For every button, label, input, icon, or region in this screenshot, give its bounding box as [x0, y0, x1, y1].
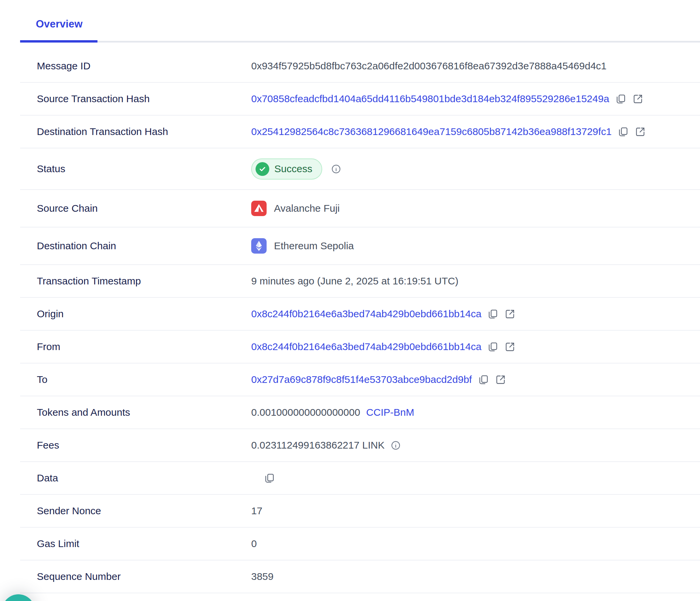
token-amount: 0.001000000000000000 — [251, 407, 360, 418]
to-address-link[interactable]: 0x27d7a69c878f9c8f51f4e53703abce9bacd2d9… — [251, 374, 472, 385]
origin-address-link[interactable]: 0x8c244f0b2164e6a3bed74ab429b0ebd661bb14… — [251, 308, 481, 320]
copy-icon[interactable] — [487, 341, 498, 352]
row-label: Source Chain — [37, 203, 251, 214]
source-chain-name: Avalanche Fuji — [274, 203, 340, 214]
tab-overview[interactable]: Overview — [20, 9, 97, 43]
timestamp-value: 9 minutes ago (June 2, 2025 at 16:19:51 … — [251, 275, 458, 287]
info-icon[interactable] — [391, 440, 401, 451]
gas-limit-value: 0 — [251, 538, 257, 549]
status-text: Success — [274, 163, 312, 175]
table-row-gas-limit: Gas Limit 0 — [20, 528, 700, 560]
token-symbol-link[interactable]: CCIP-BnM — [366, 407, 414, 418]
copy-icon[interactable] — [615, 94, 626, 104]
table-row-source-tx-hash: Source Transaction Hash 0x70858cfeadcfbd… — [20, 83, 700, 116]
table-row-transaction-timestamp: Transaction Timestamp 9 minutes ago (Jun… — [20, 265, 700, 298]
copy-icon[interactable] — [478, 374, 489, 385]
table-row-origin: Origin 0x8c244f0b2164e6a3bed74ab429b0ebd… — [20, 298, 700, 331]
row-label: Destination Transaction Hash — [37, 126, 251, 137]
from-address-link[interactable]: 0x8c244f0b2164e6a3bed74ab429b0ebd661bb14… — [251, 341, 481, 352]
table-row-tokens-and-amounts: Tokens and Amounts 0.001000000000000000 … — [20, 396, 700, 429]
message-id-value: 0x934f57925b5d8fbc763c2a06dfe2d003676816… — [251, 60, 606, 72]
table-row-destination-tx-hash: Destination Transaction Hash 0x254129825… — [20, 116, 700, 148]
row-label: Status — [37, 163, 251, 175]
row-label: From — [37, 341, 251, 352]
external-link-icon[interactable] — [504, 308, 516, 320]
table-row-from: From 0x8c244f0b2164e6a3bed74ab429b0ebd66… — [20, 331, 700, 364]
row-label: Gas Limit — [37, 538, 251, 549]
table-row-sequence-number: Sequence Number 3859 — [20, 560, 700, 593]
row-label: Data — [37, 472, 251, 484]
table-row-to: To 0x27d7a69c878f9c8f51f4e53703abce9bacd… — [20, 364, 700, 396]
status-badge: Success — [251, 158, 322, 180]
sequence-number-value: 3859 — [251, 571, 274, 582]
row-label: Message ID — [37, 60, 251, 72]
fees-value: 0.023112499163862217 LINK — [251, 440, 384, 451]
copy-icon[interactable] — [618, 126, 629, 137]
table-row-data: Data — [20, 462, 700, 495]
source-tx-hash-link[interactable]: 0x70858cfeadcfbd1404a65dd4116b549801bde3… — [251, 93, 609, 104]
row-label: Origin — [37, 308, 251, 320]
sender-nonce-value: 17 — [251, 505, 262, 517]
overview-table: Message ID 0x934f57925b5d8fbc763c2a06dfe… — [20, 43, 700, 593]
external-link-icon[interactable] — [635, 126, 646, 137]
row-label: Sender Nonce — [37, 505, 251, 517]
table-row-status: Status Success — [20, 148, 700, 190]
copy-icon[interactable] — [487, 308, 498, 320]
check-circle-icon — [255, 162, 269, 176]
table-row-fees: Fees 0.023112499163862217 LINK — [20, 429, 700, 462]
avalanche-icon — [251, 201, 267, 216]
external-link-icon[interactable] — [495, 374, 506, 385]
tab-overview-label: Overview — [36, 18, 82, 30]
external-link-icon[interactable] — [504, 341, 516, 352]
table-row-destination-chain: Destination Chain Ethereum Sepolia — [20, 227, 700, 265]
copy-icon[interactable] — [264, 473, 275, 484]
external-link-icon[interactable] — [632, 94, 643, 104]
tab-bar: Overview — [20, 0, 700, 43]
row-label: Transaction Timestamp — [37, 275, 251, 287]
row-label: Fees — [37, 440, 251, 451]
row-label: Sequence Number — [37, 571, 251, 582]
row-label: Destination Chain — [37, 240, 251, 252]
table-row-source-chain: Source Chain Avalanche Fuji — [20, 190, 700, 227]
destination-chain-name: Ethereum Sepolia — [274, 240, 354, 252]
info-icon[interactable] — [331, 164, 341, 174]
row-label: Source Transaction Hash — [37, 93, 251, 104]
table-row-sender-nonce: Sender Nonce 17 — [20, 495, 700, 528]
ethereum-icon — [251, 238, 267, 254]
destination-tx-hash-link[interactable]: 0x25412982564c8c7363681296681649ea7159c6… — [251, 126, 611, 137]
row-label: To — [37, 374, 251, 385]
table-row-message-id: Message ID 0x934f57925b5d8fbc763c2a06dfe… — [20, 50, 700, 83]
row-label: Tokens and Amounts — [37, 407, 251, 418]
chat-widget[interactable] — [2, 594, 35, 601]
